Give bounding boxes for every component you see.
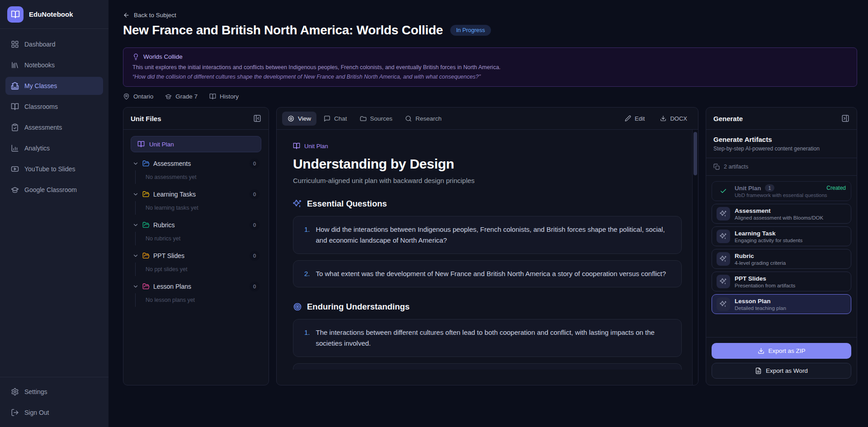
doc-title: Understanding by Design <box>293 156 682 172</box>
artifact-rubric[interactable]: Rubric4-level grading criteria <box>712 249 851 269</box>
gear-icon <box>11 388 19 396</box>
sidebar-item-settings[interactable]: Settings <box>5 383 103 401</box>
artifact-description: Presentation from artifacts <box>735 283 795 288</box>
sidebar-item-dashboard[interactable]: Dashboard <box>5 35 103 53</box>
graduation-cap-icon <box>165 93 172 100</box>
artifact-title-text: Assessment <box>735 207 771 214</box>
artifact-icon-box <box>717 184 730 198</box>
generate-artifacts-subheading: Step-by-step AI-powered content generati… <box>713 145 849 152</box>
app-logo <box>7 6 24 23</box>
artifact-assessment[interactable]: AssessmentAligned assessment with Blooms… <box>712 204 851 224</box>
tab-sources[interactable]: Sources <box>354 112 398 126</box>
chevron-down-icon <box>132 191 139 197</box>
sidebar-item-label: YouTube to Slides <box>24 165 75 173</box>
artifact-icon-box <box>717 230 730 243</box>
clipboard-check-icon <box>11 123 19 131</box>
generate-panel: Generate Generate Artifacts Step-by-step… <box>706 107 857 385</box>
artifact-text: Rubric4-level grading criteria <box>735 253 786 266</box>
artifact-title-text: Rubric <box>735 253 754 259</box>
tab-view[interactable]: View <box>282 112 316 126</box>
docx-button[interactable]: DOCX <box>655 112 693 126</box>
sidebar-item-youtube-to-slides[interactable]: YouTube to Slides <box>5 160 103 178</box>
viewer-scrollbar <box>692 130 698 385</box>
artifact-learning-task[interactable]: Learning TaskEngaging activity for stude… <box>712 226 851 246</box>
artifact-title-text: Lesson Plan <box>735 298 771 305</box>
pencil-icon <box>625 115 631 122</box>
tab-label: Research <box>415 115 442 122</box>
card-number: 1. <box>304 327 310 349</box>
sidebar-item-sign-out[interactable]: Sign Out <box>5 404 103 422</box>
doc-subtitle: Curriculum-aligned unit plan with backwa… <box>293 177 682 184</box>
viewer-scrollbar-thumb[interactable] <box>693 132 697 175</box>
export-zip-button[interactable]: Export as ZIP <box>712 343 851 359</box>
artifact-icon-box <box>717 297 730 311</box>
download-icon <box>660 115 666 122</box>
artifact-title: Learning Task <box>735 230 802 237</box>
folder-open-icon <box>142 191 150 198</box>
folder-open-icon <box>142 252 150 259</box>
sidebar-item-notebooks[interactable]: Notebooks <box>5 56 103 74</box>
section-heading-text: Essential Questions <box>307 199 387 209</box>
card-text: To what extent was the development of Ne… <box>316 268 666 279</box>
folder-label: Rubrics <box>153 221 246 229</box>
doc-label-text: Unit Plan <box>304 143 328 150</box>
sidebar-item-assessments[interactable]: Assessments <box>5 118 103 136</box>
library-icon <box>11 61 19 69</box>
card-text: The interactions between different cultu… <box>316 327 670 349</box>
collapse-panel-left-icon[interactable] <box>253 114 261 122</box>
school-icon <box>11 82 19 90</box>
sparkles-icon <box>720 255 727 263</box>
folder-empty-text: No learning tasks yet <box>135 201 261 215</box>
sidebar-item-my-classes[interactable]: My Classes <box>5 77 103 95</box>
tab-research[interactable]: Research <box>400 112 447 126</box>
artifact-title: Assessment <box>735 207 823 214</box>
book-open-icon <box>293 142 300 150</box>
file-unit-plan[interactable]: Unit Plan <box>131 136 261 152</box>
artifact-title: Rubric <box>735 253 786 259</box>
folder-label: PPT Slides <box>153 252 246 259</box>
artifact-text: Lesson PlanDetailed teaching plan <box>735 298 786 311</box>
edit-button[interactable]: Edit <box>619 112 650 126</box>
collapse-panel-right-icon[interactable] <box>841 114 849 122</box>
folder-learning-tasks[interactable]: Learning Tasks0 <box>131 188 261 201</box>
export-word-button[interactable]: Export as Word <box>712 363 851 379</box>
sidebar-item-classrooms[interactable]: Classrooms <box>5 98 103 116</box>
meta-grade-7: Grade 7 <box>165 93 198 100</box>
artifact-lesson-plan[interactable]: Lesson PlanDetailed teaching plan <box>712 294 851 314</box>
folder-label: Learning Tasks <box>153 191 246 198</box>
page-title: New France and British North America: Wo… <box>123 23 443 38</box>
sidebar-item-analytics[interactable]: Analytics <box>5 139 103 157</box>
card-text: How did the interactions between Indigen… <box>316 224 670 246</box>
meta-history: History <box>209 93 239 100</box>
tab-chat[interactable]: Chat <box>318 112 353 126</box>
tab-label: Sources <box>370 115 393 122</box>
check-icon <box>720 188 727 195</box>
artifact-description: UbD framework with essential questions <box>735 192 827 198</box>
file-tree: Assessments0No assessments yetLearning T… <box>131 157 261 307</box>
folder-open-icon <box>142 283 150 290</box>
back-to-subject-link[interactable]: Back to Subject <box>123 12 176 19</box>
folder-assessments[interactable]: Assessments0 <box>131 157 261 170</box>
viewer-tab-bar: ViewChatSourcesResearch EditDOCX <box>277 108 698 130</box>
book-open-icon <box>209 93 216 100</box>
unit-info-title: Worlds Collide <box>143 53 183 60</box>
section-cards: 1.How did the interactions between Indig… <box>293 216 682 287</box>
book-open-icon <box>11 103 19 111</box>
sidebar-item-label: Assessments <box>24 124 62 131</box>
folder-rubrics[interactable]: Rubrics0 <box>131 218 261 232</box>
folder-lesson-plans[interactable]: Lesson Plans0 <box>131 280 261 293</box>
generate-footer: Export as ZIP Export as Word <box>706 337 857 385</box>
artifact-ppt-slides[interactable]: PPT SlidesPresentation from artifacts <box>712 272 851 291</box>
folder-open-icon <box>142 160 150 167</box>
sidebar-item-google-classroom[interactable]: Google Classroom <box>5 181 103 199</box>
sparkles-icon <box>293 199 302 208</box>
card-number: 1. <box>304 224 310 246</box>
folder-ppt-slides[interactable]: PPT Slides0 <box>131 249 261 263</box>
tab-label: Chat <box>334 115 347 122</box>
sparkles-icon <box>720 300 727 308</box>
content-columns: Unit Files Unit Plan Assessments0No asse… <box>123 107 857 385</box>
title-row: New France and British North America: Wo… <box>123 23 857 38</box>
sidebar-item-label: My Classes <box>24 82 57 89</box>
artifact-unit-plan[interactable]: Unit Plan1UbD framework with essential q… <box>712 181 851 201</box>
unit-info-quote: “How did the collision of different cult… <box>132 74 848 80</box>
